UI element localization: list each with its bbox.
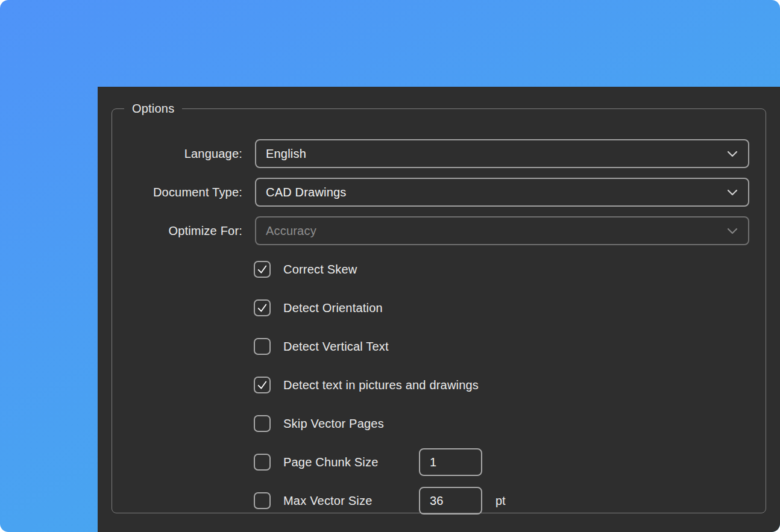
detect-orientation-row: Detect Orientation bbox=[254, 299, 383, 316]
page-chunk-size-input[interactable] bbox=[419, 448, 482, 476]
chevron-down-icon bbox=[725, 185, 740, 199]
language-select[interactable]: English bbox=[255, 139, 749, 168]
options-group: Options Language: English Document Type:… bbox=[112, 101, 766, 513]
optimize-for-select-value: Accuracy bbox=[256, 224, 316, 238]
max-vector-size-unit: pt bbox=[495, 492, 506, 509]
correct-skew-row: Correct Skew bbox=[254, 261, 357, 278]
optimize-for-select: Accuracy bbox=[255, 216, 749, 245]
correct-skew-label: Correct Skew bbox=[283, 263, 357, 277]
language-label: Language: bbox=[112, 139, 242, 168]
options-dialog: Options Language: English Document Type:… bbox=[98, 87, 780, 532]
screen-background: Options Language: English Document Type:… bbox=[0, 0, 780, 532]
detect-text-in-pictures-label: Detect text in pictures and drawings bbox=[283, 378, 479, 392]
correct-skew-checkbox[interactable] bbox=[254, 261, 271, 278]
check-icon bbox=[256, 378, 269, 392]
check-icon bbox=[256, 263, 269, 276]
page-chunk-size-label: Page Chunk Size bbox=[283, 455, 379, 469]
options-group-title: Options bbox=[124, 101, 182, 116]
page-chunk-size-checkbox[interactable] bbox=[254, 454, 271, 471]
page-chunk-size-row: Page Chunk Size bbox=[254, 454, 379, 471]
skip-vector-pages-checkbox[interactable] bbox=[254, 415, 271, 432]
optimize-for-label: Optimize For: bbox=[112, 216, 242, 245]
detect-text-in-pictures-row: Detect text in pictures and drawings bbox=[254, 377, 479, 393]
document-type-select-value: CAD Drawings bbox=[256, 186, 347, 199]
skip-vector-pages-label: Skip Vector Pages bbox=[283, 417, 384, 431]
max-vector-size-label: Max Vector Size bbox=[283, 494, 373, 508]
document-type-label: Document Type: bbox=[112, 178, 242, 207]
max-vector-size-checkbox[interactable] bbox=[254, 492, 271, 509]
document-type-select[interactable]: CAD Drawings bbox=[255, 178, 749, 207]
language-select-value: English bbox=[256, 147, 306, 161]
chevron-down-icon bbox=[725, 224, 740, 238]
detect-vertical-text-label: Detect Vertical Text bbox=[283, 340, 389, 354]
detect-vertical-text-row: Detect Vertical Text bbox=[254, 338, 389, 355]
detect-orientation-checkbox[interactable] bbox=[254, 299, 271, 316]
detect-vertical-text-checkbox[interactable] bbox=[254, 338, 271, 355]
detect-text-in-pictures-checkbox[interactable] bbox=[254, 377, 271, 393]
skip-vector-pages-row: Skip Vector Pages bbox=[254, 415, 384, 432]
chevron-down-icon bbox=[725, 146, 740, 161]
check-icon bbox=[256, 301, 269, 315]
detect-orientation-label: Detect Orientation bbox=[283, 301, 383, 315]
max-vector-size-row: Max Vector Size bbox=[254, 492, 373, 509]
max-vector-size-input[interactable] bbox=[419, 487, 482, 515]
